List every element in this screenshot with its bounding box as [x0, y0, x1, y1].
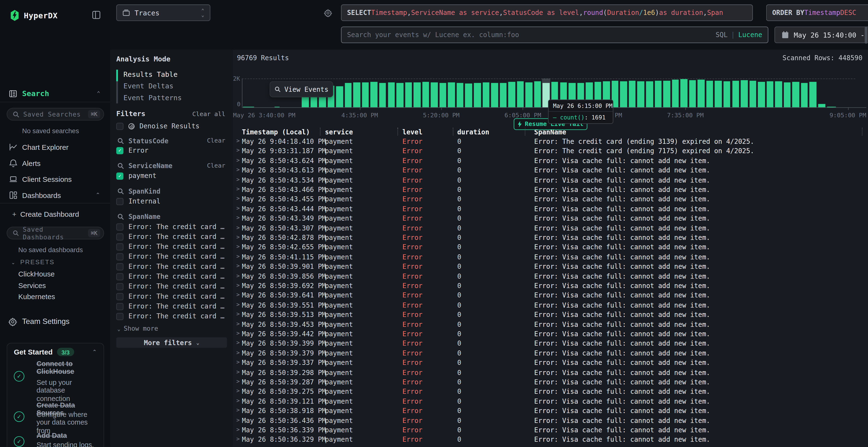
filter-option[interactable]: Error: The credit card … — [116, 293, 224, 300]
row-expand-icon[interactable]: > — [236, 349, 240, 355]
sql-select-editor[interactable]: SELECT Timestamp, ServiceName as service… — [341, 4, 753, 21]
sidebar-item-search[interactable]: Search ⌃ — [0, 89, 110, 102]
table-row[interactable]: >May 26 8:50:38.918 PMpaymentError0Error… — [233, 407, 868, 416]
table-row[interactable]: >May 26 8:50:36.329 PMpaymentError0Error… — [233, 436, 868, 445]
table-row[interactable]: >May 26 8:50:43.624 PMpaymentError0Error… — [233, 156, 868, 166]
histogram-bar[interactable] — [663, 80, 670, 107]
histogram-bar[interactable] — [448, 82, 455, 107]
row-expand-icon[interactable]: > — [236, 282, 240, 288]
row-expand-icon[interactable]: > — [236, 398, 240, 403]
histogram-bar[interactable] — [534, 81, 541, 107]
row-expand-icon[interactable]: > — [236, 369, 240, 375]
histogram-bar[interactable] — [655, 81, 661, 107]
histogram-bar[interactable] — [345, 83, 352, 107]
lucene-search-input[interactable]: Search your events w/ Lucene ex. column:… — [341, 27, 768, 43]
checkbox[interactable] — [116, 243, 123, 250]
histogram-bar[interactable] — [629, 80, 636, 107]
histogram-bar[interactable] — [457, 83, 464, 107]
table-row[interactable]: >May 26 8:50:43.455 PMpaymentError0Error… — [233, 195, 868, 204]
checkbox[interactable] — [116, 313, 123, 320]
row-expand-icon[interactable]: > — [236, 205, 240, 211]
table-row[interactable]: >May 26 8:50:39.298 PMpaymentError0Error… — [233, 368, 868, 378]
row-expand-icon[interactable]: > — [236, 263, 240, 269]
row-expand-icon[interactable]: > — [236, 359, 240, 365]
chevron-up-icon[interactable]: ⌃ — [92, 349, 97, 355]
sidebar-collapse-icon[interactable] — [92, 10, 101, 20]
column-separator[interactable] — [397, 128, 398, 135]
filter-option[interactable]: Error: The credit card … — [116, 273, 224, 280]
row-expand-icon[interactable]: > — [236, 407, 240, 413]
filter-option[interactable]: ✓payment — [116, 172, 156, 180]
histogram-bar[interactable] — [620, 82, 627, 107]
histogram-bar[interactable] — [353, 82, 360, 107]
filter-option[interactable]: Error: The credit card … — [116, 263, 224, 271]
histogram-bar[interactable] — [689, 80, 696, 107]
row-expand-icon[interactable]: > — [236, 311, 240, 317]
row-expand-icon[interactable]: > — [236, 426, 240, 432]
histogram-bar[interactable] — [741, 80, 748, 107]
histogram-bar[interactable] — [465, 83, 472, 107]
view-events-button[interactable]: View Events — [270, 81, 333, 97]
row-expand-icon[interactable]: > — [236, 417, 240, 423]
histogram-bar[interactable] — [431, 82, 438, 107]
histogram-bar[interactable] — [405, 82, 412, 107]
checkbox[interactable] — [116, 273, 123, 280]
checkbox[interactable] — [116, 283, 123, 290]
histogram-bar[interactable] — [379, 83, 386, 107]
row-expand-icon[interactable]: > — [236, 330, 240, 336]
histogram-bar[interactable] — [672, 80, 679, 107]
histogram-bar[interactable] — [801, 82, 808, 107]
create-dashboard-button[interactable]: +Create Dashboard — [12, 210, 79, 218]
table-row[interactable]: >May 26 8:50:43.613 PMpaymentError0Error… — [233, 166, 868, 176]
column-header-timestamp-local-[interactable]: Timestamp (Local) — [242, 128, 310, 136]
histogram-bar[interactable] — [715, 81, 722, 107]
histogram-bar[interactable] — [491, 83, 498, 107]
histogram-bar[interactable] — [818, 104, 825, 107]
row-expand-icon[interactable]: > — [236, 436, 240, 442]
clear-all-filters-link[interactable]: Clear all — [192, 110, 225, 118]
row-expand-icon[interactable]: > — [236, 215, 240, 220]
table-row[interactable]: >May 26 8:50:39.692 PMpaymentError0Error… — [233, 281, 868, 291]
preset-item-clickhouse[interactable]: ClickHouse — [18, 270, 55, 278]
chevron-up-icon[interactable]: ⌃ — [97, 90, 100, 96]
sidebar-item-client-sessions[interactable]: Client Sessions — [0, 172, 110, 187]
show-more-link[interactable]: ⌄Show more — [117, 325, 158, 332]
filter-group-clear-link[interactable]: Clear — [207, 137, 225, 144]
analysis-mode-event-deltas[interactable]: Event Deltas — [116, 80, 182, 92]
presets-toggle[interactable]: ⌄PRESETS — [11, 259, 55, 265]
table-row[interactable]: >May 26 9:04:18.410 PMpaymentError0Error… — [233, 137, 868, 147]
search-icon[interactable] — [117, 163, 124, 169]
filter-option[interactable]: Error: The credit card … — [116, 253, 224, 260]
row-expand-icon[interactable]: > — [236, 291, 240, 298]
histogram-bar[interactable] — [336, 86, 343, 107]
source-select[interactable]: Traces ⌃⌄ — [116, 4, 210, 21]
histogram-bar[interactable] — [500, 82, 506, 107]
table-row[interactable]: >May 26 8:50:43.307 PMpaymentError0Error… — [233, 224, 868, 233]
table-row[interactable]: >May 26 8:50:39.856 PMpaymentError0Error… — [233, 272, 868, 281]
table-row[interactable]: >May 26 8:50:39.551 PMpaymentError0Error… — [233, 301, 868, 310]
analysis-mode-results-table[interactable]: Results Table — [116, 69, 182, 80]
checkbox[interactable] — [116, 233, 123, 240]
histogram-bar[interactable] — [413, 82, 421, 107]
histogram-bar[interactable] — [646, 82, 653, 107]
histogram-bar[interactable] — [723, 82, 731, 107]
histogram-bar[interactable] — [638, 81, 645, 107]
histogram-bar[interactable] — [810, 82, 817, 107]
preset-item-services[interactable]: Services — [18, 281, 46, 289]
histogram-bar[interactable] — [767, 81, 774, 107]
checkbox[interactable]: ✓ — [116, 147, 123, 154]
table-row[interactable]: >May 26 8:50:43.349 PMpaymentError0Error… — [233, 214, 868, 224]
search-icon[interactable] — [117, 213, 124, 220]
checkbox[interactable] — [116, 223, 123, 230]
preset-item-kubernetes[interactable]: Kubernetes — [18, 293, 55, 301]
histogram-bar[interactable] — [474, 83, 481, 107]
row-expand-icon[interactable]: > — [236, 320, 240, 326]
row-expand-icon[interactable]: > — [236, 272, 240, 278]
column-header-duration[interactable]: duration — [457, 128, 489, 136]
column-separator[interactable] — [320, 128, 320, 135]
table-row[interactable]: >May 26 8:50:39.121 PMpaymentError0Error… — [233, 397, 868, 407]
filter-option[interactable]: Internal — [116, 198, 160, 205]
table-row[interactable]: >May 26 8:50:39.399 PMpaymentError0Error… — [233, 339, 868, 349]
row-expand-icon[interactable]: > — [236, 301, 240, 307]
language-toggle[interactable]: SQL|Lucene — [716, 31, 763, 39]
